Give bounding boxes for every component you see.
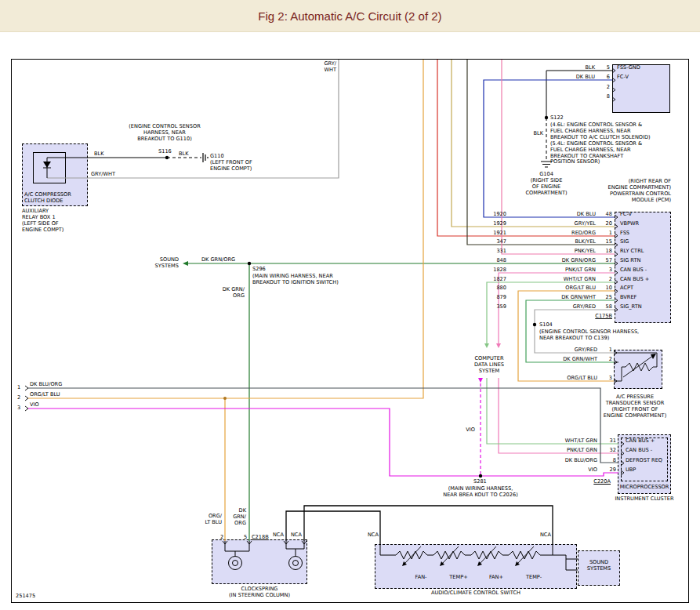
pcm-pin-pin: 25 <box>606 295 612 301</box>
wire-label-gry-wht-top: GRY/ WHT <box>324 61 336 74</box>
pcm-pin-pin: 10 <box>606 285 612 292</box>
switch-function-fan-minus: FAN- <box>415 575 426 581</box>
sound-systems-left-label: SOUND SYSTEMS <box>155 257 179 270</box>
transducer-label: A/C PRESSURE TRANSDUCER SENSOR (RIGHT FR… <box>604 394 666 419</box>
pcm-pin-pin: 58 <box>606 304 612 310</box>
clockspring-pin-5: 5 <box>244 535 247 541</box>
switch-label: AUDIO/CLIMATE CONTROL SWITCH <box>431 590 520 597</box>
note-s281: (MAIN WIRING HARNESS, NEAR BREA KOUT TO … <box>443 486 518 499</box>
pcm-pin-name: FSS <box>620 231 629 237</box>
pcm-pin-pin: 18 <box>606 249 612 255</box>
splice-label-s122: S122 <box>550 115 564 122</box>
left-pin-2-number: 2 <box>17 395 20 401</box>
transducer-pin-pin: 1 <box>609 347 612 354</box>
pcm-pin-pin: 3 <box>609 267 612 274</box>
note-g110-harness: (ENGINE CONTROL SENSOR HARNESS, NEAR BRE… <box>129 124 200 143</box>
fss_box-pin-color: DK BLU <box>576 74 595 81</box>
pcm-pin-color: DK GRN/ORG <box>562 258 596 264</box>
wire-label-org-lt-blu-a: ORG/LT BLU <box>30 392 60 398</box>
note-s296: (MAIN WIRING HARNESS, NEAR BREAKOUT TO I… <box>252 274 339 286</box>
wire-label-vio-b: VIO <box>466 427 475 434</box>
cluster-pin-name: UBP <box>626 467 636 474</box>
cluster-pin-color: PNK/LT GRN <box>567 448 597 454</box>
ground-label-g110: G110 (LEFT FRONT OF ENGINE COMPT) <box>210 154 252 172</box>
fss_box-pin-pin: 5 <box>607 65 610 71</box>
pcm-pin-circuit: 331 <box>496 249 506 255</box>
pcm-connector: C175B <box>595 314 612 320</box>
switch-function-temp-minus: TEMP- <box>526 575 542 581</box>
pcm-pin-circuit: 880 <box>496 285 506 292</box>
pcm-pin-name: BVREF <box>620 295 637 301</box>
pcm-pin-circuit: 848 <box>496 258 506 264</box>
cluster-connector: C220A <box>593 479 611 485</box>
wire-label-blk-left-b: BLK <box>179 151 189 158</box>
wire-label-dk-grn-org-b: DK GRN/ ORG <box>223 287 245 300</box>
left-pin-1-number: 1 <box>17 385 20 391</box>
pcm-pin-circuit: 1828 <box>493 267 506 274</box>
pcm-pin-circuit: 1827 <box>493 277 506 283</box>
transducer-pin-color: DK GRN/WHT <box>563 357 597 363</box>
pcm-pin-color: GRY/RED <box>573 304 596 310</box>
pcm-pin-name: CAN BUS + <box>620 277 649 283</box>
fss_box-pin-pin: 6 <box>607 74 610 81</box>
pcm-pin-name: SIG <box>620 239 629 245</box>
drawing-number: 251475 <box>16 594 35 600</box>
pcm-pin-pin: 15 <box>606 239 612 245</box>
transducer-pin-color: GRY/RED <box>575 347 597 354</box>
cluster-pin-color: VIO <box>588 467 597 474</box>
transducer-pin-pin: 3 <box>609 376 612 382</box>
pcm-pin-circuit: 347 <box>496 239 506 245</box>
page: { "title": "Fig 2: Automatic A/C Circuit… <box>0 0 700 610</box>
splice-label-s116: S116 <box>158 149 172 155</box>
pcm-pin-color: DK BLU <box>577 212 596 218</box>
cluster-pin-name: DEFROST REQ <box>626 458 662 464</box>
pcm-pin-name: SIG RTN <box>620 258 640 264</box>
pcm-pin-name: SIG_RTN <box>620 304 642 310</box>
pcm-pin-pin: 1 <box>609 231 612 237</box>
pcm-pin-pin: 48 <box>606 212 612 218</box>
splice-label-s296: S296 <box>252 267 266 273</box>
pcm-title: (RIGHT REAR OF ENGINE COMPARTMENT) POWER… <box>608 179 671 204</box>
cluster-pin-pin: 32 <box>610 448 616 454</box>
pcm-pin-color: RED/ORG <box>571 231 596 237</box>
cluster-pin-pin: 31 <box>610 438 616 445</box>
pcm-pin-circuit: 1920 <box>493 212 506 218</box>
transducer-pin-color: ORG/LT BLU <box>567 376 597 382</box>
switch-function-temp-plus: TEMP+ <box>449 575 467 581</box>
pcm-pin-color: GRY/YEL <box>575 221 596 227</box>
pcm-pin-circuit: 1929 <box>493 221 506 227</box>
sound-systems-right-label: SOUND SYSTEMS <box>587 560 611 572</box>
pcm-pin-name: VBPWR <box>620 221 639 227</box>
left-pin-3-number: 3 <box>17 405 20 412</box>
labels-layer: GRY/ WHT(ENGINE CONTROL SENSOR HARNESS, … <box>0 0 700 610</box>
fss_box-pin-name: FSS-GND <box>617 65 640 71</box>
clockspring-connector: C218B <box>252 535 269 541</box>
pcm-pin-name: ACPT <box>620 285 633 292</box>
cluster-inner-label: MICROPROCESSOR <box>620 485 669 491</box>
splice-label-s104: S104 <box>539 322 553 329</box>
nca-label-2: NCA <box>291 532 302 539</box>
fss_box-pin-pin: 2 <box>607 85 610 91</box>
pcm-pin-circuit: 879 <box>496 295 506 301</box>
switch-function-fan-plus: FAN+ <box>489 575 503 581</box>
computer-data-lines-label: COMPUTER DATA LINES SYSTEM <box>474 356 504 375</box>
pcm-pin-pin: 2 <box>609 277 612 283</box>
cluster-pin-color: DK BLU/ORG <box>565 458 597 464</box>
note-s122: (4.6L: ENGINE CONTROL SENSOR & FUEL CHAR… <box>550 122 651 165</box>
cluster-pin-color: WHT/LT GRN <box>565 438 597 445</box>
pcm-pin-circuit: 1921 <box>493 231 506 237</box>
pcm-pin-color: WHT/LT GRN <box>564 277 596 283</box>
cluster-label: INSTRUMENT CLUSTER <box>615 496 673 503</box>
pcm-pin-color: ORG/LT BLU <box>565 285 596 292</box>
diode-box-label: A/C COMPRESSOR CLUTCH DIODE <box>24 192 71 205</box>
wire-label-blk-left-a: BLK <box>94 151 104 158</box>
pcm-pin-name: CAN BUS - <box>620 267 647 274</box>
wire-label-dk-grn-org-c: DK GRN/ ORG <box>233 508 246 527</box>
wire-label-vio-a: VIO <box>30 402 39 408</box>
diode-box-sublabel: AUXILIARY RELAY BOX 1 (LEFT SIDE OF ENGI… <box>22 209 63 234</box>
pcm-pin-pin: 57 <box>606 258 612 264</box>
pcm-pin-pin: 20 <box>606 221 612 227</box>
nca-label-3: NCA <box>368 532 379 539</box>
fss_box-pin-pin: 8 <box>607 94 610 100</box>
pcm-pin-color: DK GRN/WHT <box>561 295 596 301</box>
